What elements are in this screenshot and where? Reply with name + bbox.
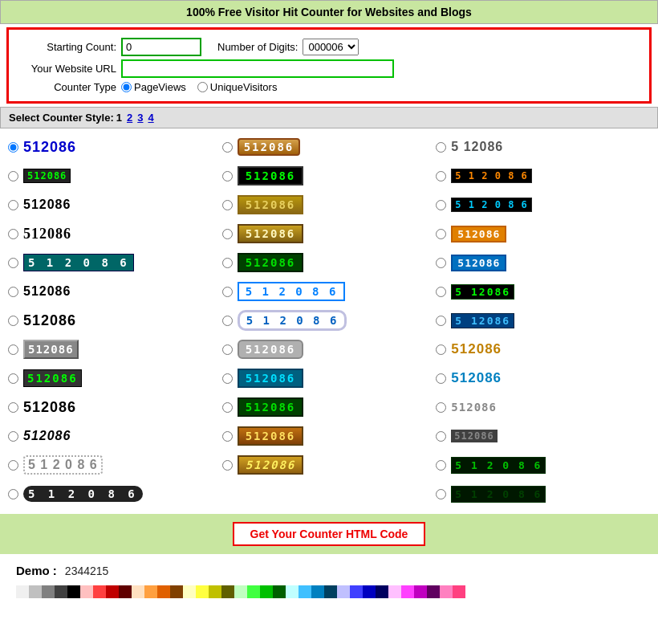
style-radio-r10[interactable] <box>436 402 446 413</box>
list-item: 512086 <box>8 135 222 159</box>
style-radio-4[interactable] <box>8 229 18 239</box>
radio-pageviews-label[interactable]: PageViews <box>121 81 186 93</box>
style-radio-r5[interactable] <box>436 258 446 268</box>
color-swatch[interactable] <box>234 585 247 598</box>
radio-uniquevisitors-label[interactable]: UniqueVisitors <box>197 81 278 93</box>
demo-label: Demo : <box>16 564 57 577</box>
style-radio-m8[interactable] <box>222 344 233 355</box>
style-radio-m9[interactable] <box>222 373 233 384</box>
style-radio-m10[interactable] <box>222 402 233 413</box>
color-swatch[interactable] <box>157 585 170 598</box>
counter-display-11: 512086 <box>23 429 71 443</box>
color-swatch[interactable] <box>453 585 465 598</box>
style-radio-r12[interactable] <box>436 460 446 471</box>
color-swatch[interactable] <box>106 585 119 598</box>
color-swatch[interactable] <box>337 585 350 598</box>
color-swatch[interactable] <box>363 585 376 598</box>
counter-display-m6: 5 1 2 0 8 6 <box>238 282 346 301</box>
style-radio-8[interactable] <box>8 344 18 355</box>
demo-section: Demo : 2344215 <box>0 554 658 603</box>
style-radio-r9[interactable] <box>436 373 446 384</box>
style-radio-1[interactable] <box>8 142 18 153</box>
url-input[interactable] <box>121 59 394 78</box>
counter-display-r2: 5 1 2 0 8 6 <box>451 169 531 183</box>
style-radio-r4[interactable] <box>436 229 446 239</box>
color-swatch[interactable] <box>260 585 273 598</box>
style-tab-1[interactable]: 1 <box>116 112 122 124</box>
counter-display-m4: 512086 <box>238 224 304 243</box>
color-swatch[interactable] <box>67 585 80 598</box>
color-swatch[interactable] <box>299 585 311 598</box>
color-swatch[interactable] <box>247 585 260 598</box>
color-swatch[interactable] <box>401 585 414 598</box>
color-swatch[interactable] <box>311 585 324 598</box>
counter-display-r3: 5 1 2 0 8 6 <box>451 198 531 212</box>
style-radio-m4[interactable] <box>222 229 233 239</box>
style-radio-m5[interactable] <box>222 258 233 268</box>
style-radio-9[interactable] <box>8 373 18 384</box>
starting-count-input[interactable] <box>121 38 201 56</box>
color-swatch[interactable] <box>324 585 337 598</box>
color-swatch[interactable] <box>29 585 42 598</box>
get-code-button[interactable]: Get Your Counter HTML Code <box>233 522 426 546</box>
style-tab-4[interactable]: 4 <box>148 112 153 124</box>
color-swatch[interactable] <box>427 585 440 598</box>
style-radio-r3[interactable] <box>436 200 446 210</box>
radio-pageviews[interactable] <box>121 82 132 92</box>
color-swatch[interactable] <box>119 585 132 598</box>
style-radio-7[interactable] <box>8 316 18 326</box>
style-radio-m11[interactable] <box>222 431 233 442</box>
list-item: 512086 <box>222 337 437 361</box>
style-radio-11[interactable] <box>8 431 18 442</box>
color-swatch[interactable] <box>388 585 401 598</box>
list-item: 5 12086 <box>436 308 650 332</box>
list-item: 5 12086 <box>436 279 650 304</box>
color-swatch[interactable] <box>273 585 286 598</box>
style-radio-5[interactable] <box>8 258 18 268</box>
style-radio-m1[interactable] <box>222 142 233 153</box>
color-swatch[interactable] <box>414 585 427 598</box>
style-radio-r1[interactable] <box>436 142 446 153</box>
style-radio-r7[interactable] <box>436 316 446 326</box>
color-swatch[interactable] <box>183 585 196 598</box>
list-item: 512086 <box>8 395 222 419</box>
style-radio-r2[interactable] <box>436 171 446 181</box>
num-digits-select[interactable]: 000006 000005 000004 000003 000002 00000… <box>303 39 359 55</box>
color-swatch[interactable] <box>144 585 157 598</box>
style-tab-2[interactable]: 2 <box>127 112 132 124</box>
style-radio-10[interactable] <box>8 402 18 413</box>
style-radio-3[interactable] <box>8 200 18 210</box>
style-radio-r6[interactable] <box>436 287 446 297</box>
style-radio-6[interactable] <box>8 287 18 297</box>
color-swatch[interactable] <box>42 585 55 598</box>
color-swatch[interactable] <box>221 585 234 598</box>
style-radio-13[interactable] <box>8 489 18 499</box>
style-radio-12[interactable] <box>8 460 18 471</box>
counter-display-m11: 512086 <box>238 426 304 446</box>
color-swatch[interactable] <box>170 585 183 598</box>
color-swatch[interactable] <box>16 585 29 598</box>
radio-uniquevisitors[interactable] <box>197 82 208 92</box>
color-swatch[interactable] <box>209 585 221 598</box>
style-radio-r11[interactable] <box>436 431 446 442</box>
style-radio-m2[interactable] <box>222 171 233 181</box>
color-swatch[interactable] <box>376 585 388 598</box>
color-swatch[interactable] <box>286 585 299 598</box>
style-tab-3[interactable]: 3 <box>137 112 143 124</box>
style-radio-m3[interactable] <box>222 200 233 210</box>
style-radio-r13[interactable] <box>436 489 446 499</box>
color-swatch[interactable] <box>196 585 209 598</box>
style-radio-m6[interactable] <box>222 287 233 297</box>
color-swatch[interactable] <box>80 585 93 598</box>
style-radio-m12[interactable] <box>222 460 233 471</box>
style-radio-2[interactable] <box>8 171 18 181</box>
color-swatch[interactable] <box>55 585 67 598</box>
color-swatch[interactable] <box>350 585 363 598</box>
color-swatch[interactable] <box>440 585 453 598</box>
counter-display-6: 512086 <box>23 284 71 299</box>
style-radio-r8[interactable] <box>436 344 446 355</box>
color-swatch[interactable] <box>93 585 106 598</box>
style-radio-m7[interactable] <box>222 316 233 326</box>
color-swatch[interactable] <box>132 585 144 598</box>
starting-count-row: Starting Count: Number of Digits: 000006… <box>17 38 641 56</box>
